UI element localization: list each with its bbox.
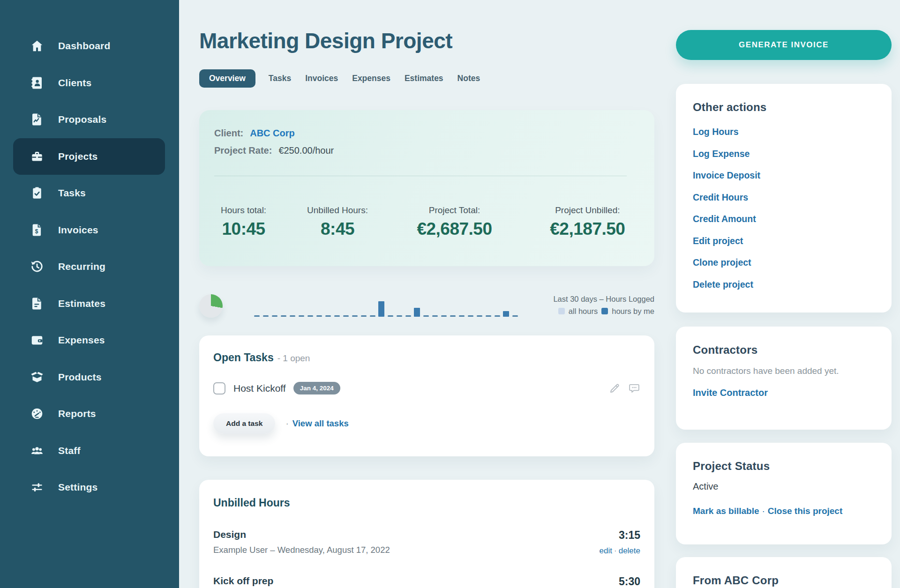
project-status-title: Project Status (693, 460, 875, 473)
tab-tasks[interactable]: Tasks (268, 69, 292, 88)
unbilled-entry: Design Example User – Wednesday, August … (213, 529, 640, 556)
proposal-document-icon (30, 112, 44, 127)
tab-expenses[interactable]: Expenses (351, 69, 391, 88)
people-icon (30, 444, 44, 458)
task-checkbox[interactable] (213, 382, 225, 394)
sidebar-item-label: Clients (58, 77, 91, 89)
clipboard-check-icon (30, 186, 44, 200)
chart-dash (334, 315, 340, 317)
close-project-link[interactable]: Close this project (768, 506, 842, 516)
invoice-deposit-link[interactable]: Invoice Deposit (693, 170, 760, 180)
invite-contractor-link[interactable]: Invite Contractor (693, 387, 768, 398)
page-title: Marketing Design Project (199, 28, 654, 53)
sidebar-item-expenses[interactable]: Expenses (0, 322, 179, 359)
from-client-card: From ABC Corp (676, 557, 892, 588)
credit-amount-link[interactable]: Credit Amount (693, 214, 756, 224)
sidebar-item-label: Proposals (58, 114, 106, 125)
content-column: Marketing Design Project Overview Tasks … (199, 0, 654, 588)
entry-delete-link[interactable]: delete (619, 546, 640, 555)
chart-dash (450, 315, 456, 317)
sidebar-item-estimates[interactable]: Estimates (0, 285, 179, 322)
contractors-empty-text: No contractors have been added yet. (693, 366, 875, 376)
edit-project-link[interactable]: Edit project (693, 236, 743, 246)
client-link[interactable]: ABC Corp (250, 128, 295, 139)
unbilled-hours-card: Unbilled Hours Design Example User – Wed… (199, 480, 654, 588)
chart-dash (397, 315, 402, 317)
chart-dash (459, 315, 465, 317)
add-task-button[interactable]: Add a task (213, 413, 275, 434)
generate-invoice-button[interactable]: GENERATE INVOICE (676, 30, 892, 60)
delete-project-link[interactable]: Delete project (693, 279, 753, 290)
sidebar-item-staff[interactable]: Staff (0, 432, 179, 469)
tab-overview[interactable]: Overview (199, 69, 255, 88)
chart-dash (308, 315, 313, 317)
contractors-card: Contractors No contractors have been add… (676, 327, 892, 430)
chart-dash (423, 315, 429, 317)
chart-dash (477, 315, 482, 317)
comment-icon[interactable] (628, 382, 640, 394)
history-icon (30, 260, 44, 274)
edit-pencil-icon[interactable] (608, 382, 621, 394)
chart-bar (414, 308, 420, 317)
task-due-badge: Jan 4, 2024 (293, 382, 340, 394)
log-hours-link[interactable]: Log Hours (693, 127, 739, 137)
chart-dash (316, 315, 322, 317)
rate-label: Project Rate: (214, 145, 272, 156)
sidebar-item-label: Tasks (58, 187, 86, 199)
sidebar-item-dashboard[interactable]: Dashboard (0, 28, 179, 65)
address-book-icon (30, 76, 44, 90)
sidebar-item-clients[interactable]: Clients (0, 65, 179, 102)
tab-invoices[interactable]: Invoices (304, 69, 339, 88)
sidebar-item-label: Projects (58, 151, 98, 162)
legend-items: all hourshours by me (553, 307, 654, 316)
stat-hours-total: Hours total: 10:45 (221, 205, 266, 239)
sidebar-item-recurring[interactable]: Recurring (0, 248, 179, 285)
credit-hours-link[interactable]: Credit Hours (693, 192, 748, 202)
sidebar-item-label: Products (58, 372, 102, 383)
chart-dash (361, 315, 367, 317)
open-tasks-title: Open Tasks- 1 open (213, 351, 640, 364)
entry-time: 5:30 (619, 575, 640, 588)
tab-notes[interactable]: Notes (457, 69, 481, 88)
sidebar-item-products[interactable]: Products (0, 359, 179, 396)
briefcase-icon (30, 149, 44, 164)
divider (214, 176, 627, 176)
entry-name: Kick off prep (213, 575, 379, 587)
stat-project-total: Project Total: €2,687.50 (417, 205, 492, 239)
chart-dash (299, 315, 304, 317)
chart-dash (405, 315, 411, 317)
entry-edit-link[interactable]: edit (600, 546, 612, 555)
stat-unbilled-hours: Unbilled Hours: 8:45 (307, 205, 368, 239)
chart-legend: Last 30 days – Hours Logged all hourshou… (553, 295, 654, 316)
entry-name: Design (213, 529, 390, 540)
task-name: Host Kickoff (233, 383, 286, 394)
tab-estimates[interactable]: Estimates (404, 69, 444, 88)
other-actions-card: Other actions Log Hours Log Expense Invo… (676, 84, 892, 313)
log-expense-link[interactable]: Log Expense (693, 149, 750, 159)
chart-dash (432, 315, 438, 317)
project-info-card: Client: ABC Corp Project Rate: €250.00/h… (199, 110, 654, 266)
clone-project-link[interactable]: Clone project (693, 257, 751, 268)
sidebar-item-settings[interactable]: Settings (0, 469, 179, 506)
view-all-tasks-link[interactable]: View all tasks (292, 418, 349, 429)
sidebar-item-projects[interactable]: Projects (13, 138, 165, 175)
sidebar-item-proposals[interactable]: Proposals (0, 101, 179, 138)
chart-dash (263, 315, 269, 317)
hours-logged-sparkline (252, 296, 519, 317)
tab-bar: Overview Tasks Invoices Expenses Estimat… (199, 69, 654, 88)
stat-project-unbilled: Project Unbilled: €2,187.50 (550, 205, 625, 239)
open-tasks-count: - 1 open (278, 353, 310, 363)
chart-dash (325, 315, 331, 317)
project-status-value: Active (693, 481, 875, 492)
mark-billable-link[interactable]: Mark as billable (693, 506, 759, 516)
chart-dash (441, 315, 447, 317)
sidebar-item-tasks[interactable]: Tasks (0, 175, 179, 212)
chart-dash (290, 315, 295, 317)
open-box-icon (30, 370, 44, 384)
sidebar-item-label: Staff (58, 445, 81, 456)
sidebar-item-invoices[interactable]: $ Invoices (0, 212, 179, 249)
sidebar-item-label: Dashboard (58, 40, 111, 52)
client-label: Client: (214, 128, 243, 139)
sidebar-item-reports[interactable]: Reports (0, 395, 179, 432)
chart-dash (495, 315, 500, 317)
